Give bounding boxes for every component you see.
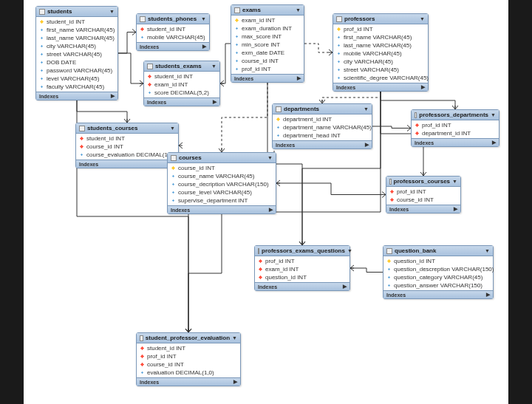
expand-arrow-icon[interactable]: ▶ [492,140,496,145]
column-row[interactable]: prof_id INT [231,65,304,73]
table-courses[interactable]: courses▼course_id INTcourse_name VARCHAR… [167,152,276,214]
collapse-arrow-icon[interactable]: ▼ [296,7,301,13]
table-footer-indexes[interactable]: Indexes▶ [255,282,349,290]
column-row[interactable]: student_id INT [36,18,117,26]
column-row[interactable]: department_id INT [412,129,499,137]
column-row[interactable]: student_id INT [137,344,240,352]
column-row[interactable]: mobile VARCHAR(45) [333,49,428,58]
column-row[interactable]: student_id INT [137,25,209,33]
collapse-arrow-icon[interactable]: ▼ [211,64,216,69]
column-row[interactable]: question_category VARCHAR(45) [383,273,493,281]
expand-arrow-icon[interactable]: ▶ [297,75,301,81]
collapse-arrow-icon[interactable]: ▼ [485,248,490,253]
table-footer-indexes[interactable]: Indexes▶ [333,83,428,91]
table-footer-indexes[interactable]: Indexes▶ [386,205,460,213]
collapse-arrow-icon[interactable]: ▼ [109,9,115,14]
expand-arrow-icon[interactable]: ▶ [486,292,490,298]
table-footer-indexes[interactable]: Indexes▶ [137,377,240,386]
table-professors_departments[interactable]: professors_departments▼prof_id INTdepart… [411,109,499,147]
collapse-arrow-icon[interactable]: ▼ [170,126,175,131]
table-header[interactable]: professors_exams_questions▼ [255,246,349,256]
column-row[interactable]: mobile VARCHAR(45) [137,33,209,41]
expand-arrow-icon[interactable]: ▶ [269,207,273,213]
table-header[interactable]: departments▼ [273,104,372,114]
table-header[interactable]: exams▼ [231,5,304,16]
column-row[interactable]: student_id INT [76,134,178,143]
column-row[interactable]: city VARCHAR(45) [333,58,428,66]
collapse-arrow-icon[interactable]: ▼ [201,16,206,21]
collapse-arrow-icon[interactable]: ▼ [491,112,496,117]
column-row[interactable]: DOB DATE [36,58,117,66]
column-row[interactable]: street VARCHAR(45) [36,50,117,58]
expand-arrow-icon[interactable]: ▶ [202,44,206,49]
table-question_bank[interactable]: question_bank▼question_id INTquestion_de… [383,245,494,299]
table-header[interactable]: professors▼ [333,14,428,24]
column-row[interactable]: prof_id INT [333,25,428,33]
column-row[interactable]: course_level VARCHAR(45) [168,188,276,196]
column-row[interactable]: evaluation DECIMAL(1,0) [137,369,240,377]
table-header[interactable]: students▼ [36,7,117,17]
column-row[interactable]: course_decription VARCHAR(150) [168,180,276,188]
collapse-arrow-icon[interactable]: ▼ [267,155,273,160]
column-row[interactable]: level VARCHAR(45) [36,75,117,83]
table-header[interactable]: professors_courses▼ [386,177,460,187]
column-row[interactable]: min_score INT [231,41,304,49]
column-row[interactable]: prof_id INT [255,257,349,265]
table-professors_exams_questions[interactable]: professors_exams_questions▼prof_id INTex… [254,245,350,291]
column-row[interactable]: course_id INT [76,143,178,151]
table-footer-indexes[interactable]: Indexes▶ [273,140,372,148]
column-row[interactable]: course_id INT [137,360,240,369]
table-students[interactable]: students▼student_id INTfirst_name VARCHA… [35,6,118,100]
column-row[interactable]: prof_id INT [137,352,240,360]
table-footer-indexes[interactable]: Indexes▶ [231,74,304,82]
column-row[interactable]: max_score INT [231,32,304,41]
table-footer-indexes[interactable]: Indexes▶ [383,290,493,298]
table-footer-indexes[interactable]: Indexes▶ [137,42,209,50]
column-row[interactable]: prof_id INT [412,121,499,129]
collapse-arrow-icon[interactable]: ▼ [364,106,369,112]
column-row[interactable]: first_name VARCHAR(45) [36,26,117,34]
table-header[interactable]: courses▼ [168,153,276,163]
table-footer-indexes[interactable]: Indexes▶ [36,92,117,100]
column-row[interactable]: supervise_department INT [168,196,276,205]
column-row[interactable]: question_id INT [383,257,493,265]
column-row[interactable]: exam_id INT [231,16,304,24]
table-footer-indexes[interactable]: Indexes▶ [144,97,219,106]
column-row[interactable]: question_answer VARCHAR(150) [383,281,493,290]
column-row[interactable]: course_id INT [386,196,460,204]
table-exams[interactable]: exams▼exam_id INTexam_duration INTmax_sc… [231,4,304,83]
expand-arrow-icon[interactable]: ▶ [365,142,369,148]
table-students_exams[interactable]: students_exams▼student_id INTexam_id INT… [143,61,220,106]
column-row[interactable]: first_name VARCHAR(45) [333,33,428,41]
column-row[interactable]: exam_duration INT [231,24,304,32]
column-row[interactable]: exm_date DATE [231,49,304,57]
expand-arrow-icon[interactable]: ▶ [233,379,237,385]
table-professors_courses[interactable]: professors_courses▼prof_id INTcourse_id … [386,176,461,213]
table-footer-indexes[interactable]: Indexes▶ [168,205,276,213]
table-student_professor_evaluation[interactable]: student_professor_evaluation▼student_id … [136,332,241,386]
column-row[interactable]: student_id INT [144,72,219,81]
column-row[interactable]: faculty VARCHAR(45) [36,83,117,91]
table-header[interactable]: students_exams▼ [144,61,219,72]
expand-arrow-icon[interactable]: ▶ [343,284,347,290]
column-row[interactable]: last_name VARCHAR(45) [333,41,428,49]
column-row[interactable]: score DECIMAL(5,2) [144,89,219,97]
table-students_courses[interactable]: students_courses▼student_id INTcourse_id… [75,123,179,168]
column-row[interactable]: last_name VARCHAR(45) [36,34,117,42]
column-row[interactable]: question_descreption VARCHAR(150) [383,265,493,273]
column-row[interactable]: exam_id INT [255,265,349,273]
expand-arrow-icon[interactable]: ▶ [111,93,115,99]
collapse-arrow-icon[interactable]: ▼ [452,179,457,184]
er-diagram-canvas[interactable]: students▼student_id INTfirst_name VARCHA… [24,0,508,404]
expand-arrow-icon[interactable]: ▶ [454,206,457,212]
column-row[interactable]: department_name VARCHAR(45) [273,123,372,131]
table-departments[interactable]: departments▼department_id INTdepartment_… [272,103,372,149]
table-header[interactable]: question_bank▼ [383,246,493,256]
table-students_phones[interactable]: students_phones▼student_id INTmobile VAR… [136,13,210,51]
collapse-arrow-icon[interactable]: ▼ [232,335,237,340]
column-row[interactable]: street VARCHAR(45) [333,66,428,74]
column-row[interactable]: department_id INT [273,115,372,123]
table-footer-indexes[interactable]: Indexes▶ [76,160,178,168]
column-row[interactable]: course_id INT [168,164,276,172]
table-footer-indexes[interactable]: Indexes▶ [412,138,499,146]
